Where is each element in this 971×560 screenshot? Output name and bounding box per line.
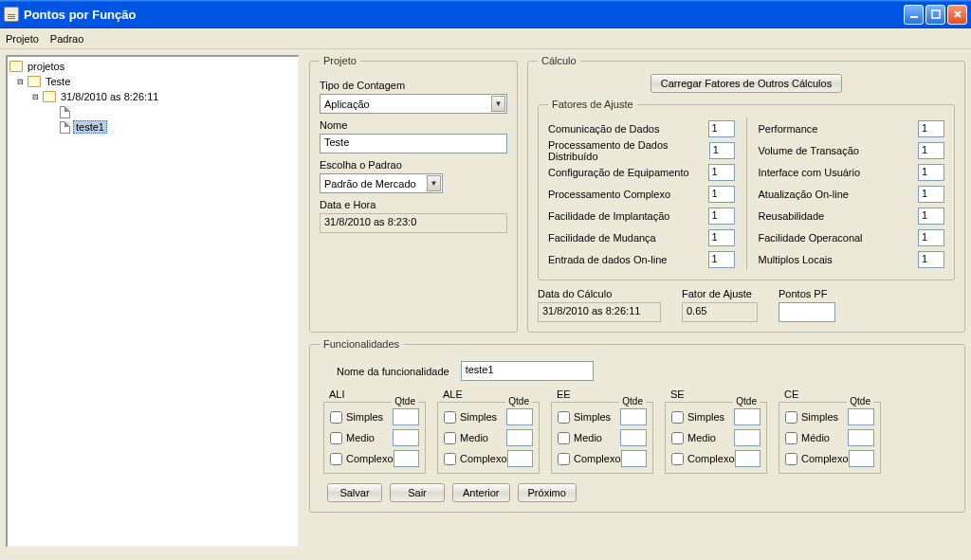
app-icon xyxy=(4,7,19,22)
complexity-checkbox[interactable] xyxy=(558,432,570,444)
complexity-label: Medio xyxy=(346,432,375,443)
complexity-qty-input[interactable] xyxy=(849,450,874,467)
tree-expand-icon[interactable]: ⊟ xyxy=(31,93,40,101)
folder-icon xyxy=(43,91,56,102)
complexity-qty-input[interactable] xyxy=(620,408,647,425)
carregar-fatores-button[interactable]: Carregar Fatores de Outros Cálculos xyxy=(650,74,842,93)
fator-input[interactable]: 1 xyxy=(918,251,944,268)
fator-input[interactable]: 1 xyxy=(708,229,735,246)
complexity-label: Complexo xyxy=(346,453,394,464)
menu-projeto[interactable]: Projeto xyxy=(6,33,39,45)
complexity-qty-input[interactable] xyxy=(506,408,533,425)
fator-input[interactable]: 1 xyxy=(708,186,735,203)
complexity-checkbox[interactable] xyxy=(444,411,456,424)
tree-item-selected[interactable]: teste1 xyxy=(73,120,107,134)
fator-row: Interface com Usuário1 xyxy=(759,161,945,183)
tipo-contagem-combo[interactable]: Aplicação▼ xyxy=(320,94,507,114)
file-icon xyxy=(60,106,70,118)
complexity-row: Simples xyxy=(785,406,874,427)
fator-input[interactable]: 1 xyxy=(918,142,944,159)
complexity-qty-input[interactable] xyxy=(735,450,760,467)
complexity-row: Complexo xyxy=(444,448,533,469)
complexity-checkbox[interactable] xyxy=(671,453,684,465)
menu-padrao[interactable]: Padrao xyxy=(50,33,83,45)
title-bar: Pontos por Função xyxy=(0,0,971,28)
tree-root[interactable]: projetos xyxy=(26,61,66,72)
padrao-combo[interactable]: Padrão de Mercado▼ xyxy=(320,173,443,193)
complexity-label: Medio xyxy=(460,432,488,443)
tree-expand-icon[interactable]: ⊟ xyxy=(16,78,25,86)
complexity-label: Médio xyxy=(801,432,830,443)
complexity-checkbox[interactable] xyxy=(671,432,684,444)
fator-row: Reusabilidade1 xyxy=(759,205,945,226)
complexity-row: Simples xyxy=(330,406,419,427)
complexity-group-se: SEQtdeSimplesMedioComplexo xyxy=(665,388,767,474)
nome-input[interactable]: Teste xyxy=(320,134,507,154)
complexity-checkbox[interactable] xyxy=(330,432,342,444)
complexity-checkbox[interactable] xyxy=(785,432,797,444)
project-tree[interactable]: projetos ⊟Teste ⊟31/8/2010 as 8:26:11 te… xyxy=(6,55,300,548)
data-calculo-field: 31/8/2010 as 8:26:11 xyxy=(538,302,661,322)
tree-item[interactable]: Teste xyxy=(44,76,72,87)
fator-row: Comunicação de Dados1 xyxy=(548,117,735,139)
complexity-qty-input[interactable] xyxy=(393,429,419,446)
fator-input[interactable]: 1 xyxy=(708,208,735,225)
maximize-button[interactable] xyxy=(925,5,945,25)
fator-input[interactable]: 1 xyxy=(918,120,944,137)
complexity-qty-input[interactable] xyxy=(734,429,760,446)
complexity-checkbox[interactable] xyxy=(785,453,797,465)
complexity-label: Complexo xyxy=(574,453,621,464)
fator-ajuste-label: Fator de Ajuste xyxy=(682,288,758,299)
complexity-checkbox[interactable] xyxy=(671,411,684,424)
complexity-qty-input[interactable] xyxy=(734,408,760,425)
complexity-checkbox[interactable] xyxy=(558,453,570,465)
fator-input[interactable]: 1 xyxy=(918,208,944,225)
complexity-checkbox[interactable] xyxy=(330,411,342,424)
fator-input[interactable]: 1 xyxy=(708,120,735,137)
complexity-qty-input[interactable] xyxy=(507,450,533,467)
fator-label: Comunicação de Dados xyxy=(548,123,659,135)
fator-input[interactable]: 1 xyxy=(918,229,944,246)
fator-input[interactable]: 1 xyxy=(708,251,735,268)
fator-label: Performance xyxy=(759,123,818,135)
complexity-checkbox[interactable] xyxy=(330,453,342,465)
fator-label: Atualização On-line xyxy=(759,189,849,200)
complexity-row: Medio xyxy=(671,427,760,448)
funcionalidades-group: Funcionalidades Nome da funcionalidade t… xyxy=(309,338,965,513)
complexity-label: Complexo xyxy=(460,453,507,464)
chevron-down-icon: ▼ xyxy=(491,96,505,112)
complexity-qty-input[interactable] xyxy=(393,408,419,425)
complexity-row: Médio xyxy=(785,427,874,448)
projeto-group: Projeto Tipo de Contagem Aplicação▼ Nome… xyxy=(309,55,518,333)
fator-label: Facilidade Operaconal xyxy=(759,232,863,244)
complexity-qty-input[interactable] xyxy=(506,429,533,446)
fator-input[interactable]: 1 xyxy=(709,142,735,159)
complexity-label: Medio xyxy=(574,432,602,443)
proximo-button[interactable]: Próximo xyxy=(518,483,577,502)
minimize-button[interactable] xyxy=(904,5,924,25)
complexity-checkbox[interactable] xyxy=(785,411,797,424)
fator-input[interactable]: 1 xyxy=(708,164,735,181)
datahora-field: 31/8/2010 as 8:23:0 xyxy=(320,213,507,233)
complexity-row: Complexo xyxy=(785,448,874,469)
complexity-label: Complexo xyxy=(801,453,849,464)
complexity-qty-input[interactable] xyxy=(621,450,647,467)
folder-icon xyxy=(9,61,23,72)
complexity-checkbox[interactable] xyxy=(558,411,570,424)
complexity-qty-input[interactable] xyxy=(620,429,647,446)
anterior-button[interactable]: Anterior xyxy=(452,483,510,502)
window-title: Pontos por Função xyxy=(24,8,904,22)
complexity-qty-input[interactable] xyxy=(394,450,419,467)
complexity-checkbox[interactable] xyxy=(444,453,456,465)
complexity-row: Complexo xyxy=(558,448,647,469)
complexity-qty-input[interactable] xyxy=(848,429,874,446)
salvar-button[interactable]: Salvar xyxy=(327,483,382,502)
complexity-checkbox[interactable] xyxy=(444,432,456,444)
nome-funcionalidade-input[interactable]: teste1 xyxy=(461,361,594,381)
fator-input[interactable]: 1 xyxy=(918,164,944,181)
fator-input[interactable]: 1 xyxy=(918,186,944,203)
close-button[interactable] xyxy=(947,5,967,25)
sair-button[interactable]: Sair xyxy=(390,483,445,502)
complexity-qty-input[interactable] xyxy=(848,408,874,425)
tree-item[interactable]: 31/8/2010 as 8:26:11 xyxy=(59,91,160,102)
